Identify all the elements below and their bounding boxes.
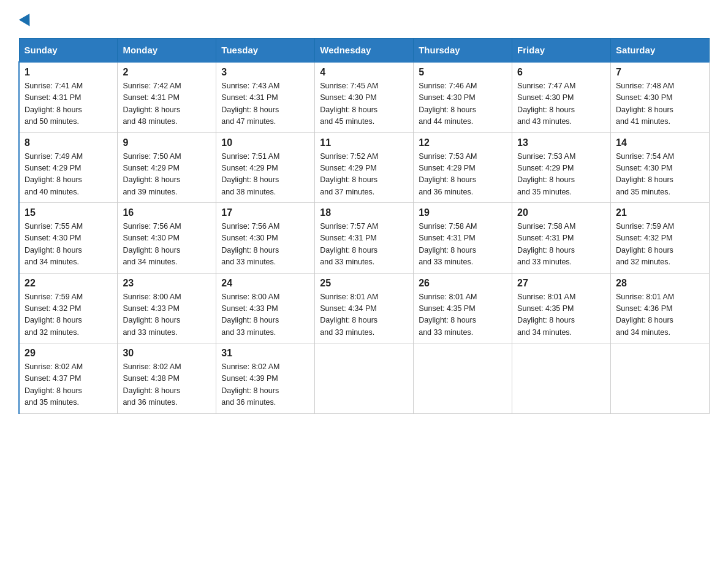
- day-info: Sunrise: 7:56 AMSunset: 4:30 PMDaylight:…: [221, 221, 309, 269]
- page-header: [18, 12, 710, 27]
- calendar-day-cell: 13 Sunrise: 7:53 AMSunset: 4:29 PMDaylig…: [512, 132, 611, 203]
- day-number: 19: [419, 207, 507, 218]
- day-number: 18: [320, 207, 408, 218]
- column-header-saturday: Saturday: [611, 39, 710, 63]
- calendar-day-cell: 11 Sunrise: 7:52 AMSunset: 4:29 PMDaylig…: [315, 132, 414, 203]
- calendar-week-row: 29 Sunrise: 8:02 AMSunset: 4:37 PMDaylig…: [19, 343, 710, 414]
- calendar-day-cell: 21 Sunrise: 7:59 AMSunset: 4:32 PMDaylig…: [611, 203, 710, 274]
- calendar-day-cell: 7 Sunrise: 7:48 AMSunset: 4:30 PMDayligh…: [611, 62, 710, 132]
- day-info: Sunrise: 8:01 AMSunset: 4:36 PMDaylight:…: [616, 291, 704, 339]
- column-header-friday: Friday: [512, 39, 611, 63]
- calendar-week-row: 15 Sunrise: 7:55 AMSunset: 4:30 PMDaylig…: [19, 203, 710, 274]
- day-number: 27: [517, 278, 605, 289]
- day-info: Sunrise: 7:58 AMSunset: 4:31 PMDaylight:…: [517, 221, 605, 269]
- calendar-day-cell: 18 Sunrise: 7:57 AMSunset: 4:31 PMDaylig…: [315, 203, 414, 274]
- column-header-monday: Monday: [118, 39, 216, 63]
- day-number: 17: [221, 207, 309, 218]
- calendar-day-cell: 27 Sunrise: 8:01 AMSunset: 4:35 PMDaylig…: [512, 273, 611, 343]
- day-number: 28: [616, 278, 704, 289]
- day-number: 4: [320, 67, 408, 78]
- calendar-day-cell: 12 Sunrise: 7:53 AMSunset: 4:29 PMDaylig…: [414, 132, 512, 203]
- calendar-day-cell: 29 Sunrise: 8:02 AMSunset: 4:37 PMDaylig…: [19, 343, 118, 414]
- day-number: 9: [123, 137, 211, 148]
- column-header-sunday: Sunday: [19, 39, 118, 63]
- calendar-day-cell: 23 Sunrise: 8:00 AMSunset: 4:33 PMDaylig…: [118, 273, 216, 343]
- day-number: 7: [616, 67, 704, 78]
- calendar-day-cell: 31 Sunrise: 8:02 AMSunset: 4:39 PMDaylig…: [216, 343, 315, 414]
- day-number: 15: [25, 207, 112, 218]
- day-number: 6: [517, 67, 605, 78]
- day-info: Sunrise: 7:58 AMSunset: 4:31 PMDaylight:…: [419, 221, 507, 269]
- calendar-day-cell: 1 Sunrise: 7:41 AMSunset: 4:31 PMDayligh…: [19, 62, 118, 132]
- day-info: Sunrise: 8:02 AMSunset: 4:38 PMDaylight:…: [123, 361, 211, 409]
- day-info: Sunrise: 7:51 AMSunset: 4:29 PMDaylight:…: [221, 151, 309, 199]
- calendar-day-cell: 14 Sunrise: 7:54 AMSunset: 4:30 PMDaylig…: [611, 132, 710, 203]
- logo-blue-text: [18, 16, 33, 27]
- day-number: 29: [25, 348, 112, 359]
- day-number: 14: [616, 137, 704, 148]
- calendar-day-cell: 28 Sunrise: 8:01 AMSunset: 4:36 PMDaylig…: [611, 273, 710, 343]
- day-info: Sunrise: 7:59 AMSunset: 4:32 PMDaylight:…: [25, 291, 112, 339]
- day-info: Sunrise: 7:49 AMSunset: 4:29 PMDaylight:…: [25, 151, 112, 199]
- calendar-day-cell: 4 Sunrise: 7:45 AMSunset: 4:30 PMDayligh…: [315, 62, 414, 132]
- calendar-day-cell: 30 Sunrise: 8:02 AMSunset: 4:38 PMDaylig…: [118, 343, 216, 414]
- day-number: 11: [320, 137, 408, 148]
- day-info: Sunrise: 7:43 AMSunset: 4:31 PMDaylight:…: [221, 80, 309, 128]
- calendar-day-cell: 3 Sunrise: 7:43 AMSunset: 4:31 PMDayligh…: [216, 62, 315, 132]
- day-number: 8: [25, 137, 112, 148]
- calendar-day-cell: 6 Sunrise: 7:47 AMSunset: 4:30 PMDayligh…: [512, 62, 611, 132]
- calendar-day-cell: 16 Sunrise: 7:56 AMSunset: 4:30 PMDaylig…: [118, 203, 216, 274]
- calendar-week-row: 22 Sunrise: 7:59 AMSunset: 4:32 PMDaylig…: [19, 273, 710, 343]
- calendar-day-cell: [611, 343, 710, 414]
- calendar-table: SundayMondayTuesdayWednesdayThursdayFrid…: [18, 38, 710, 414]
- day-number: 25: [320, 278, 408, 289]
- day-number: 3: [221, 67, 309, 78]
- day-number: 12: [419, 137, 507, 148]
- day-number: 10: [221, 137, 309, 148]
- day-number: 13: [517, 137, 605, 148]
- day-info: Sunrise: 7:55 AMSunset: 4:30 PMDaylight:…: [25, 221, 112, 269]
- calendar-day-cell: 20 Sunrise: 7:58 AMSunset: 4:31 PMDaylig…: [512, 203, 611, 274]
- calendar-day-cell: 10 Sunrise: 7:51 AMSunset: 4:29 PMDaylig…: [216, 132, 315, 203]
- day-info: Sunrise: 7:41 AMSunset: 4:31 PMDaylight:…: [25, 80, 112, 128]
- day-info: Sunrise: 7:54 AMSunset: 4:30 PMDaylight:…: [616, 151, 704, 199]
- day-info: Sunrise: 8:02 AMSunset: 4:39 PMDaylight:…: [221, 361, 309, 409]
- calendar-header-row: SundayMondayTuesdayWednesdayThursdayFrid…: [19, 39, 710, 63]
- calendar-day-cell: 8 Sunrise: 7:49 AMSunset: 4:29 PMDayligh…: [19, 132, 118, 203]
- day-info: Sunrise: 7:46 AMSunset: 4:30 PMDaylight:…: [419, 80, 507, 128]
- day-number: 2: [123, 67, 211, 78]
- calendar-day-cell: 25 Sunrise: 8:01 AMSunset: 4:34 PMDaylig…: [315, 273, 414, 343]
- day-number: 30: [123, 348, 211, 359]
- day-info: Sunrise: 8:02 AMSunset: 4:37 PMDaylight:…: [25, 361, 112, 409]
- day-info: Sunrise: 8:01 AMSunset: 4:35 PMDaylight:…: [419, 291, 507, 339]
- calendar-day-cell: 15 Sunrise: 7:55 AMSunset: 4:30 PMDaylig…: [19, 203, 118, 274]
- day-info: Sunrise: 7:50 AMSunset: 4:29 PMDaylight:…: [123, 151, 211, 199]
- day-info: Sunrise: 7:52 AMSunset: 4:29 PMDaylight:…: [320, 151, 408, 199]
- day-number: 23: [123, 278, 211, 289]
- logo-triangle-icon: [19, 13, 35, 29]
- column-header-tuesday: Tuesday: [216, 39, 315, 63]
- day-info: Sunrise: 7:47 AMSunset: 4:30 PMDaylight:…: [517, 80, 605, 128]
- calendar-day-cell: 5 Sunrise: 7:46 AMSunset: 4:30 PMDayligh…: [414, 62, 512, 132]
- calendar-day-cell: 22 Sunrise: 7:59 AMSunset: 4:32 PMDaylig…: [19, 273, 118, 343]
- calendar-week-row: 1 Sunrise: 7:41 AMSunset: 4:31 PMDayligh…: [19, 62, 710, 132]
- calendar-day-cell: [315, 343, 414, 414]
- calendar-day-cell: 17 Sunrise: 7:56 AMSunset: 4:30 PMDaylig…: [216, 203, 315, 274]
- calendar-day-cell: 2 Sunrise: 7:42 AMSunset: 4:31 PMDayligh…: [118, 62, 216, 132]
- day-info: Sunrise: 7:53 AMSunset: 4:29 PMDaylight:…: [517, 151, 605, 199]
- column-header-thursday: Thursday: [414, 39, 512, 63]
- day-number: 20: [517, 207, 605, 218]
- day-number: 22: [25, 278, 112, 289]
- calendar-day-cell: 24 Sunrise: 8:00 AMSunset: 4:33 PMDaylig…: [216, 273, 315, 343]
- calendar-week-row: 8 Sunrise: 7:49 AMSunset: 4:29 PMDayligh…: [19, 132, 710, 203]
- day-number: 5: [419, 67, 507, 78]
- day-info: Sunrise: 7:57 AMSunset: 4:31 PMDaylight:…: [320, 221, 408, 269]
- calendar-day-cell: 26 Sunrise: 8:01 AMSunset: 4:35 PMDaylig…: [414, 273, 512, 343]
- day-info: Sunrise: 8:01 AMSunset: 4:34 PMDaylight:…: [320, 291, 408, 339]
- day-number: 31: [221, 348, 309, 359]
- day-info: Sunrise: 7:59 AMSunset: 4:32 PMDaylight:…: [616, 221, 704, 269]
- day-info: Sunrise: 8:00 AMSunset: 4:33 PMDaylight:…: [221, 291, 309, 339]
- day-number: 26: [419, 278, 507, 289]
- day-info: Sunrise: 7:56 AMSunset: 4:30 PMDaylight:…: [123, 221, 211, 269]
- day-number: 1: [25, 67, 112, 78]
